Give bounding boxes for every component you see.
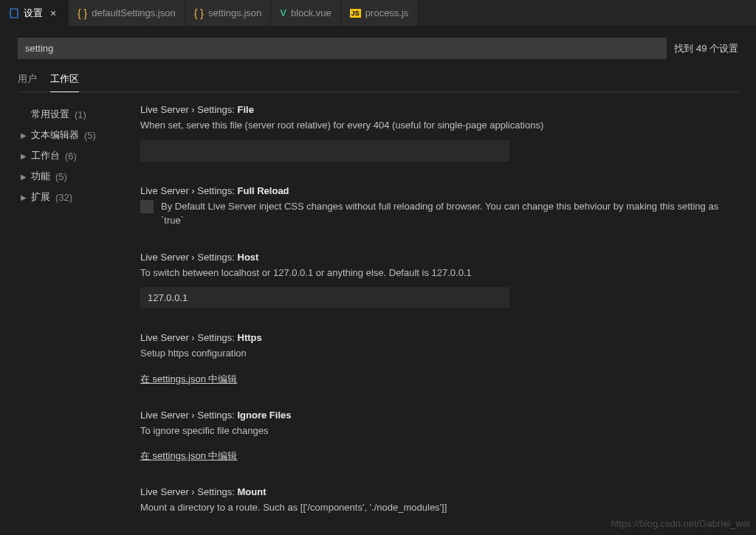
vue-icon: V — [280, 7, 286, 18]
setting-title: Live Server › Settings: File — [140, 104, 734, 115]
edit-in-settings-json-link[interactable]: 在 settings.json 中编辑 — [140, 373, 238, 386]
sidebar-item-label: 功能 — [31, 170, 50, 183]
tab-label: block.vue — [291, 7, 331, 18]
sidebar-item-count: (5) — [55, 171, 67, 182]
close-icon[interactable]: × — [47, 7, 59, 19]
setting-title: Live Server › Settings: Host — [140, 252, 734, 263]
chevron-right-icon: ▶ — [21, 131, 28, 139]
setting-title: Live Server › Settings: Full Reload — [140, 185, 734, 196]
setting-description: By Default Live Server inject CSS change… — [161, 199, 734, 228]
js-icon: JS — [350, 9, 361, 18]
editor-tab-bar: 设置 × { } defaultSettings.json { } settin… — [0, 0, 756, 26]
setting-file: Live Server › Settings: File When set, s… — [140, 104, 734, 162]
tab-process-js[interactable]: JS process.js — [341, 0, 419, 26]
sidebar-item-label: 扩展 — [31, 190, 50, 204]
setting-title: Live Server › Settings: Mount — [140, 486, 734, 497]
svg-rect-0 — [10, 9, 18, 18]
setting-https: Live Server › Settings: Https Setup http… — [140, 332, 734, 386]
settings-content: Live Server › Settings: File When set, s… — [140, 104, 756, 535]
tab-settings[interactable]: 设置 × — [0, 0, 69, 26]
sidebar-item-features[interactable]: ▶ 功能 (5) — [21, 166, 140, 187]
setting-full-reload-checkbox[interactable] — [140, 200, 154, 213]
setting-ignore-files: Live Server › Settings: Ignore Files To … — [140, 410, 734, 463]
sidebar-item-workbench[interactable]: ▶ 工作台 (6) — [21, 145, 140, 166]
setting-description: Setup https configuration — [140, 346, 734, 361]
settings-search-input[interactable] — [18, 38, 667, 59]
sidebar-item-count: (6) — [65, 151, 77, 162]
settings-search-row: 找到 49 个设置 — [18, 38, 738, 59]
chevron-right-icon: ▶ — [21, 193, 28, 201]
json-icon: { } — [194, 7, 204, 19]
sidebar-item-label: 文本编辑器 — [31, 128, 79, 142]
sidebar-item-count: (1) — [75, 109, 86, 120]
json-icon: { } — [78, 7, 87, 19]
settings-scope-tabs: 用户 工作区 — [18, 72, 738, 92]
setting-description: Mount a directory to a route. Such as [[… — [140, 500, 734, 515]
sidebar-item-count: (5) — [84, 130, 96, 141]
sidebar-item-common[interactable]: 常用设置 (1) — [21, 104, 140, 125]
settings-result-count: 找到 49 个设置 — [674, 42, 738, 55]
setting-title: Live Server › Settings: Ignore Files — [140, 410, 734, 421]
setting-description: To switch between localhost or 127.0.0.1… — [140, 266, 734, 280]
scope-tab-user[interactable]: 用户 — [18, 72, 37, 92]
edit-in-settings-json-link[interactable]: 在 settings.json 中编辑 — [140, 449, 238, 463]
setting-description: When set, serve this file (server root r… — [140, 118, 734, 133]
scope-tab-workspace[interactable]: 工作区 — [50, 72, 79, 92]
tab-label: defaultSettings.json — [92, 7, 175, 18]
setting-full-reload: Live Server › Settings: Full Reload By D… — [140, 185, 734, 228]
setting-host: Live Server › Settings: Host To switch b… — [140, 252, 734, 309]
tab-label: settings.json — [208, 7, 261, 18]
settings-sidebar: 常用设置 (1) ▶ 文本编辑器 (5) ▶ 工作台 (6) ▶ 功能 (5) … — [0, 104, 140, 535]
sidebar-item-label: 工作台 — [31, 149, 60, 162]
chevron-right-icon: ▶ — [21, 152, 28, 160]
chevron-right-icon: ▶ — [21, 173, 28, 181]
sidebar-item-count: (32) — [55, 192, 72, 203]
setting-file-input[interactable] — [140, 140, 509, 162]
tab-default-settings-json[interactable]: { } defaultSettings.json — [69, 0, 185, 26]
tab-label: 设置 — [24, 7, 43, 20]
tab-block-vue[interactable]: V block.vue — [271, 0, 341, 26]
settings-file-icon — [9, 8, 19, 18]
settings-body: 常用设置 (1) ▶ 文本编辑器 (5) ▶ 工作台 (6) ▶ 功能 (5) … — [0, 104, 756, 535]
tab-label: process.js — [365, 7, 409, 18]
setting-host-input[interactable] — [140, 287, 509, 308]
sidebar-item-label: 常用设置 — [31, 108, 69, 121]
setting-description: To ignore specific file changes — [140, 424, 734, 438]
sidebar-item-extensions[interactable]: ▶ 扩展 (32) — [21, 187, 140, 207]
setting-mount: Live Server › Settings: Mount Mount a di… — [140, 486, 734, 515]
watermark: https://blog.csdn.net/Gabriel_wei — [611, 518, 750, 529]
sidebar-item-text-editor[interactable]: ▶ 文本编辑器 (5) — [21, 125, 140, 145]
tab-settings-json[interactable]: { } settings.json — [185, 0, 272, 26]
setting-title: Live Server › Settings: Https — [140, 332, 734, 343]
